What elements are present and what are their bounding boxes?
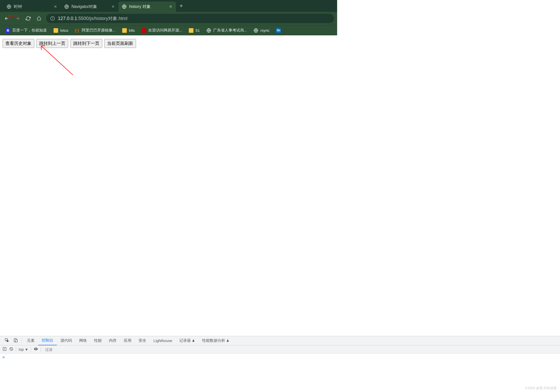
bookmark-onedrive[interactable]: On (274, 27, 283, 34)
onedrive-icon: On (276, 28, 281, 33)
tab-title: Navigator对象 (71, 4, 97, 9)
alibaba-icon: [-] (75, 28, 80, 33)
globe-icon (7, 4, 11, 9)
globe-icon (206, 28, 211, 33)
info-icon (50, 16, 55, 21)
new-tab-button[interactable]: + (180, 3, 183, 9)
tab-clock[interactable]: 时钟 ✕ (3, 2, 61, 12)
page-content: 查看历史对象 跳转到上一页 跳转到下一页 当前页面刷新 (0, 35, 337, 51)
folder-icon (189, 28, 193, 33)
go-back-button[interactable]: 跳转到上一页 (36, 39, 68, 48)
netease-icon (142, 28, 146, 33)
bookmark-rsync[interactable]: rsync (251, 27, 272, 34)
bookmark-netease[interactable]: 欢迎访问网易开源... (139, 27, 185, 34)
tab-title: history 对象 (129, 4, 151, 9)
folder-icon (54, 28, 58, 33)
forward-button (14, 15, 21, 22)
refresh-button[interactable]: 当前页面刷新 (104, 39, 136, 48)
go-forward-button[interactable]: 跳转到下一页 (70, 39, 102, 48)
tab-strip: 时钟 ✕ Navigator对象 ✕ history 对象 ✕ + (0, 0, 337, 12)
reload-button[interactable] (25, 15, 32, 22)
bookmark-51[interactable]: 51 (186, 27, 202, 34)
arrow-annotation-goback (40, 44, 73, 75)
view-history-button[interactable]: 查看历史对象 (3, 39, 34, 48)
folder-icon (122, 28, 127, 33)
address-bar[interactable]: 127.0.0.1:5500/js/history对象.html (46, 14, 334, 23)
home-button[interactable] (35, 15, 43, 22)
baidu-icon: 崽 (6, 28, 10, 33)
close-icon[interactable]: ✕ (169, 4, 172, 9)
back-button[interactable] (3, 15, 10, 22)
close-icon[interactable]: ✕ (111, 4, 115, 9)
bookmark-k8s[interactable]: k8s (120, 27, 137, 34)
svg-point-5 (53, 18, 53, 18)
bookmarks-bar: 崽 百度一下，你就知道 lotus [-] 阿里巴巴开源镜像... k8s 欢迎… (0, 25, 337, 35)
globe-icon (64, 4, 69, 9)
tab-navigator[interactable]: Navigator对象 ✕ (61, 2, 118, 12)
bookmark-alibaba[interactable]: [-] 阿里巴巴开源镜像... (72, 27, 118, 34)
close-icon[interactable]: ✕ (54, 4, 57, 9)
bookmark-lotus[interactable]: lotus (51, 27, 71, 34)
browser-chrome: 时钟 ✕ Navigator对象 ✕ history 对象 ✕ + (0, 0, 337, 35)
bookmark-baidu[interactable]: 崽 百度一下，你就知道 (3, 27, 49, 34)
url-text: 127.0.0.1:5500/js/history对象.html (58, 15, 127, 22)
globe-icon (122, 4, 127, 9)
tab-title: 时钟 (14, 4, 22, 9)
tab-history[interactable]: history 对象 ✕ (118, 2, 176, 12)
bookmark-guangdong[interactable]: 广东省人事考试局... (204, 27, 250, 34)
nav-bar: 127.0.0.1:5500/js/history对象.html (0, 12, 337, 25)
globe-icon (254, 28, 258, 33)
